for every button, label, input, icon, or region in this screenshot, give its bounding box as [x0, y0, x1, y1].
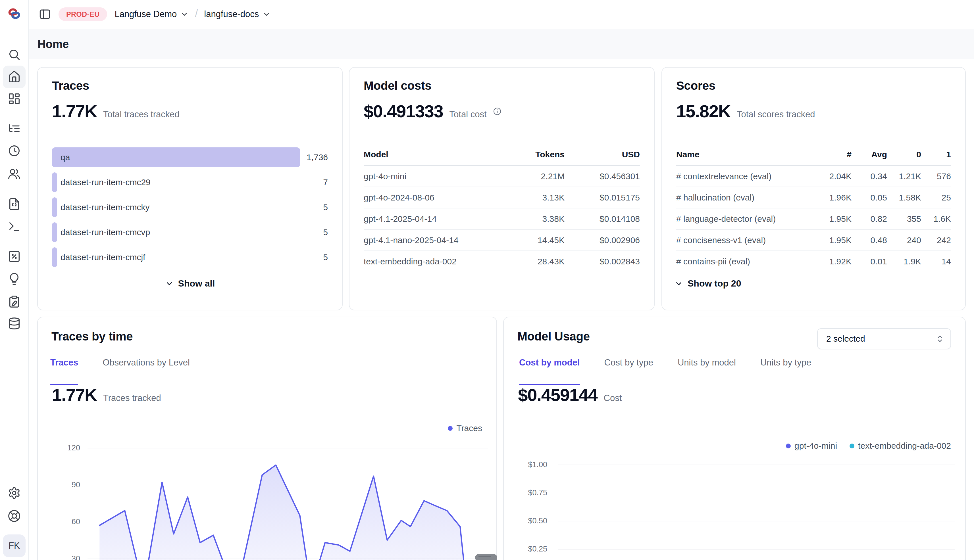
gridline — [558, 549, 955, 550]
tab-traces[interactable]: Traces — [50, 352, 78, 385]
table-cell: 3.13K — [542, 187, 565, 208]
avatar[interactable]: FK — [3, 535, 25, 557]
sidebar-item-insights[interactable] — [3, 268, 25, 290]
info-icon[interactable] — [493, 107, 501, 116]
model-select[interactable]: 2 selected — [817, 328, 951, 349]
trace-bar-row[interactable]: qa1,736 — [52, 147, 328, 167]
table-cell: 0.34 — [870, 166, 887, 187]
sidebar-item-playground[interactable] — [3, 215, 25, 238]
y-tick-label: 90 — [46, 480, 80, 489]
traces-by-time-title: Traces by time — [52, 330, 133, 343]
model-usage-title: Model Usage — [518, 330, 590, 343]
table-cell: 1.95K — [829, 208, 852, 229]
model-usage-legend: gpt-4o-minitext-embedding-ada-002 — [786, 441, 951, 451]
tab-units-by-type[interactable]: Units by type — [760, 352, 811, 385]
trace-bar-row[interactable]: dataset-run-item-cmcky5 — [52, 197, 328, 217]
table-cell: $0.014108 — [600, 208, 640, 229]
show-top-20-button[interactable]: Show top 20 — [675, 278, 965, 289]
horizontal-scrollbar-thumb[interactable] — [475, 554, 497, 560]
traces-by-time-tabs: TracesObservations by Level — [50, 352, 484, 380]
environment-badge[interactable]: PROD-EU — [58, 7, 107, 21]
sidebar-item-home[interactable] — [3, 66, 25, 88]
table-cell: 25 — [942, 187, 951, 208]
tab-cost-by-model[interactable]: Cost by model — [519, 352, 580, 385]
table-cell: 14 — [942, 251, 951, 272]
trace-bar-row[interactable]: dataset-run-item-cmcvp5 — [52, 222, 328, 242]
show-all-button[interactable]: Show all — [38, 278, 342, 289]
sidebar-item-evaluators[interactable] — [3, 245, 25, 268]
prompts-icon — [8, 198, 21, 211]
sidebar-item-settings[interactable] — [3, 482, 25, 504]
cost-label: Cost — [604, 393, 622, 403]
table-cell: 2.04K — [829, 166, 852, 187]
traces-card-title: Traces — [52, 79, 89, 93]
sidebar-item-users[interactable] — [3, 162, 25, 185]
traces-bar-list: qa1,736dataset-run-item-cmc297dataset-ru… — [52, 147, 328, 272]
sidebar-item-search[interactable] — [3, 43, 25, 66]
table-cell: text-embedding-ada-002 — [364, 251, 456, 272]
tab-cost-by-type[interactable]: Cost by type — [604, 352, 653, 385]
tab-units-by-model[interactable]: Units by model — [678, 352, 736, 385]
insights-icon — [8, 272, 21, 285]
table-cell: 0.05 — [870, 187, 887, 208]
table-cell: $0.015175 — [600, 187, 640, 208]
chevron-down-icon — [675, 280, 683, 288]
trace-count: 5 — [323, 222, 328, 242]
sidebar-item-annotation[interactable] — [3, 290, 25, 313]
trace-name: dataset-run-item-cmcky — [60, 197, 149, 217]
total-cost: $0.491333 — [364, 101, 443, 121]
legend-dot — [786, 443, 791, 448]
project-switcher[interactable]: langfuse-docs — [204, 9, 271, 19]
page-title: Home — [37, 38, 69, 50]
table-row: gpt-4o-2024-08-063.13K$0.015175 — [364, 187, 640, 208]
table-cell: 0.48 — [870, 230, 887, 250]
panel-left-icon — [38, 8, 51, 20]
sidebar-item-support[interactable] — [3, 505, 25, 527]
table-cell: # contains-pii (eval) — [676, 251, 750, 272]
table-row: # contextrelevance (eval)2.04K0.341.21K5… — [676, 166, 951, 187]
gridline — [558, 521, 955, 522]
chevron-down-icon — [180, 10, 189, 18]
org-switcher[interactable]: Langfuse Demo — [115, 9, 189, 19]
table-row: # conciseness-v1 (eval)1.95K0.48240242 — [676, 230, 951, 251]
langfuse-logo[interactable] — [6, 6, 22, 21]
y-tick-label: $0.50 — [510, 517, 547, 525]
legend-item: Traces — [448, 423, 482, 433]
sidebar-item-tracing[interactable] — [3, 117, 25, 140]
sidebar-item-sessions[interactable] — [3, 140, 25, 162]
traces-total: 1.77K — [52, 101, 97, 121]
bar-fill — [52, 172, 57, 192]
chevron-down-icon — [165, 280, 174, 288]
sidebar: FK — [0, 0, 29, 560]
tab-observations-by-level[interactable]: Observations by Level — [103, 352, 190, 385]
trace-count: 7 — [323, 172, 328, 192]
users-icon — [8, 167, 21, 180]
table-row: # language-detector (eval)1.95K0.823551.… — [676, 208, 951, 230]
model-usage-tabs: Cost by modelCost by typeUnits by modelU… — [519, 352, 953, 380]
bar-fill — [52, 147, 300, 167]
search-icon — [8, 48, 21, 61]
scores-card: Scores 15.82K Total scores tracked Name#… — [662, 67, 966, 310]
sidebar-item-dashboards[interactable] — [3, 87, 25, 110]
table-cell: # language-detector (eval) — [676, 208, 776, 229]
support-icon — [8, 510, 21, 523]
table-cell: 0.82 — [870, 208, 887, 229]
sidebar-item-prompts[interactable] — [3, 193, 25, 215]
table-cell: $0.002843 — [600, 251, 640, 272]
table-cell: 242 — [937, 230, 951, 250]
model-usage-card: Model Usage 2 selected Cost by modelCost… — [503, 317, 966, 560]
trace-bar-row[interactable]: dataset-run-item-cmc297 — [52, 172, 328, 192]
cost-stat: $0.459144 Cost — [518, 385, 621, 405]
sidebar-toggle-button[interactable] — [37, 7, 52, 22]
table-cell: 2.21M — [541, 166, 565, 187]
table-cell: 1.9K — [904, 251, 921, 272]
column-header: Avg — [871, 147, 887, 162]
sidebar-item-datasets[interactable] — [3, 312, 25, 335]
trace-count: 5 — [323, 197, 328, 217]
column-header: USD — [622, 147, 640, 162]
trace-bar-row[interactable]: dataset-run-item-cmcjf5 — [52, 247, 328, 267]
trace-count: 5 — [323, 247, 328, 267]
traces-tracked-label: Traces tracked — [103, 393, 161, 403]
breadcrumb-separator: / — [195, 8, 198, 20]
table-cell: gpt-4.1-nano-2025-04-14 — [364, 230, 459, 250]
